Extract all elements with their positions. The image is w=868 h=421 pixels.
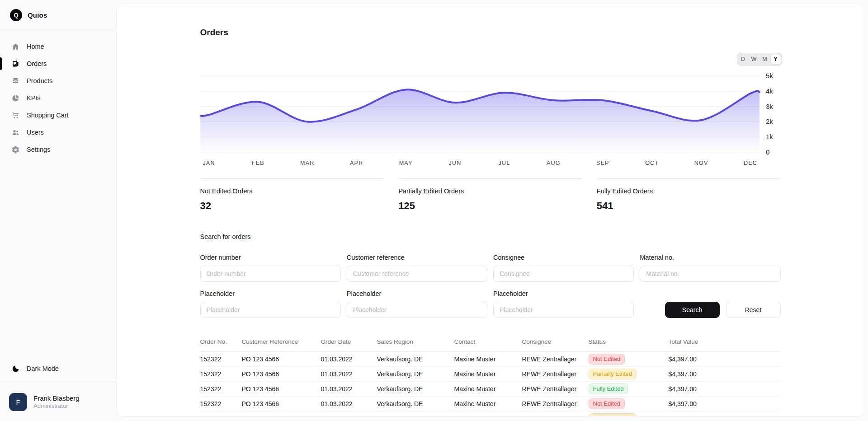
cell-consignee: REWE Zentrallager	[522, 366, 589, 381]
status-badge: Not Edited	[589, 398, 625, 409]
cell-sales-region: Verkaufsorg. DE	[377, 351, 454, 366]
sidebar-item-products[interactable]: Products	[0, 72, 116, 89]
table-row[interactable]: 152322PO 123 456601.03.2022Verkaufsorg. …	[200, 351, 781, 366]
column-header-sales-region: Sales Region	[377, 332, 454, 352]
y-axis-tick-label: 2k	[766, 117, 773, 125]
x-axis-tick-label: JUN	[448, 160, 461, 166]
orders-icon	[11, 60, 20, 68]
placeholder-1-input[interactable]	[200, 302, 341, 318]
cell-consignee: REWE Zentrallager	[522, 351, 589, 366]
range-option-y[interactable]: Y	[771, 54, 781, 64]
stat-value: 125	[398, 200, 582, 212]
form-field: Customer reference	[347, 254, 487, 282]
order-stats: Not Edited Orders 32 Partially Edited Or…	[200, 178, 781, 212]
x-axis-tick-label: OCT	[645, 160, 659, 166]
cell-total-value: $4,397.00	[669, 351, 781, 366]
form-field: Placeholder	[200, 290, 341, 318]
cell-contact: Maxine Muster	[454, 366, 522, 381]
cell-sales-region: Verkaufsorg. DE	[377, 396, 454, 411]
sidebar-item-settings[interactable]: Settings	[0, 141, 116, 158]
cell-order-no: 152322	[200, 381, 242, 396]
stat-card: Partially Edited Orders 125	[398, 178, 582, 212]
x-axis-tick-label: AUG	[547, 160, 561, 166]
users-icon	[11, 128, 20, 137]
avatar: F	[9, 393, 27, 411]
table-row[interactable]: 152322PO 123 456601.03.2022Verkaufsorg. …	[200, 366, 781, 381]
table-header-row: Order No.Customer ReferenceOrder DateSal…	[200, 332, 781, 352]
field-label: Placeholder	[200, 290, 341, 297]
status-badge: Partially Edited	[589, 369, 637, 379]
consignee-input[interactable]	[493, 266, 634, 282]
material-no--input[interactable]	[640, 266, 780, 282]
x-axis-tick-label: SEP	[596, 160, 609, 166]
y-axis-tick-label: 5k	[766, 72, 773, 80]
sidebar-item-orders[interactable]: Orders	[0, 55, 116, 72]
sidebar-item-label: Users	[27, 129, 44, 136]
form-field: Consignee	[493, 254, 634, 282]
column-header-status: Status	[589, 332, 669, 352]
cell-order-date: 01.03.2022	[321, 396, 377, 411]
field-label: Consignee	[493, 254, 634, 261]
sidebar-item-shopping-cart[interactable]: Shopping Cart	[0, 107, 116, 124]
range-option-d[interactable]: D	[738, 54, 748, 64]
placeholder-3-input[interactable]	[493, 302, 634, 318]
cell-order-no: 152322	[200, 411, 242, 416]
placeholder-2-input[interactable]	[347, 302, 487, 318]
main-card: Orders DWMY 01k2k3k4k5kJANFEBMARAPRMAYJU…	[116, 4, 864, 416]
sidebar: Q Quios Home Orders Products KPIs Shoppi…	[0, 0, 116, 421]
brand: Q Quios	[0, 0, 116, 30]
cell-status: Partially Edited	[589, 411, 669, 416]
sidebar-item-label: Products	[27, 77, 52, 84]
cell-status: Partially Edited	[589, 366, 669, 381]
x-axis-tick-label: DEC	[743, 160, 757, 166]
dark-mode-toggle[interactable]: Dark Mode	[0, 360, 116, 377]
cell-contact: Maxine Muster	[454, 351, 522, 366]
cell-consignee: REWE Zentrallager	[522, 396, 589, 411]
range-option-w[interactable]: W	[749, 54, 759, 64]
x-axis-tick-label: MAY	[399, 160, 412, 166]
cell-consignee: REWE Zentrallager	[522, 381, 589, 396]
user-profile[interactable]: F Frank Blasberg Administrator	[0, 383, 116, 421]
stat-card: Fully Edited Orders 541	[597, 178, 781, 212]
cell-customer-reference: PO 123 4566	[242, 411, 321, 416]
cell-customer-reference: PO 123 4566	[242, 351, 321, 366]
cell-total-value: $4,397.00	[669, 411, 781, 416]
sidebar-item-label: KPIs	[27, 94, 41, 102]
reset-button[interactable]: Reset	[726, 302, 781, 318]
table-row[interactable]: 152322PO 123 456601.03.2022Verkaufsorg. …	[200, 411, 781, 416]
chart-area-fill	[200, 89, 760, 152]
y-axis-tick-label: 3k	[766, 102, 773, 110]
table-row[interactable]: 152322PO 123 456601.03.2022Verkaufsorg. …	[200, 396, 781, 411]
sidebar-item-kpis[interactable]: KPIs	[0, 89, 116, 107]
status-badge: Not Edited	[589, 354, 625, 365]
home-icon	[11, 42, 20, 51]
cell-contact: Maxine Muster	[454, 396, 522, 411]
column-header-order-no-: Order No.	[200, 332, 242, 352]
column-header-order-date: Order Date	[321, 332, 377, 352]
form-field: Placeholder	[347, 290, 487, 318]
status-badge: Fully Edited	[589, 384, 628, 394]
brand-logo-icon: Q	[10, 9, 22, 21]
cell-order-date: 01.03.2022	[321, 351, 377, 366]
field-label: Placeholder	[347, 290, 487, 297]
table-row[interactable]: 152322PO 123 456601.03.2022Verkaufsorg. …	[200, 381, 781, 396]
cell-status: Fully Edited	[589, 381, 669, 396]
field-label: Order number	[200, 254, 341, 261]
sidebar-item-home[interactable]: Home	[0, 38, 116, 55]
stat-value: 32	[200, 200, 384, 212]
orders-table: Order No.Customer ReferenceOrder DateSal…	[200, 332, 781, 416]
x-axis-tick-label: NOV	[694, 160, 708, 166]
search-button[interactable]: Search	[665, 302, 720, 318]
sidebar-item-label: Orders	[27, 60, 47, 67]
cell-total-value: $4,397.00	[669, 396, 781, 411]
field-label: Material no.	[640, 254, 780, 261]
customer-reference-input[interactable]	[347, 266, 487, 282]
range-option-m[interactable]: M	[760, 54, 770, 64]
order-number-input[interactable]	[200, 266, 341, 282]
y-axis-tick-label: 4k	[766, 87, 773, 95]
sidebar-item-label: Home	[27, 43, 44, 50]
cell-customer-reference: PO 123 4566	[242, 396, 321, 411]
cell-total-value: $4,397.00	[669, 366, 781, 381]
search-section-heading: Search for orders	[200, 233, 781, 240]
sidebar-item-users[interactable]: Users	[0, 124, 116, 141]
